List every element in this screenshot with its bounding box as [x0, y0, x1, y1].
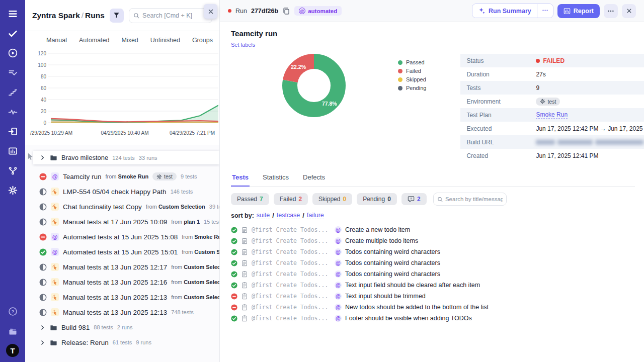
test-status-passed-icon [231, 227, 237, 233]
run-row[interactable]: @Automated tests at 15 Jun 2025 15:01fro… [25, 244, 219, 259]
run-row[interactable]: Manual tests at 17 Jun 2025 10:09from pl… [25, 214, 219, 229]
test-suite[interactable]: @first Create Todos... [252, 315, 331, 322]
tab-defects[interactable]: Defects [302, 170, 326, 186]
runs-tab-manual[interactable]: Manual [46, 37, 67, 44]
test-title[interactable]: Create multiple todo items [345, 237, 418, 244]
runs-tab-automated[interactable]: Automated [79, 37, 109, 44]
run-summary-more-button[interactable] [537, 4, 553, 18]
group-row[interactable]: Bravo milestone124 tests33 runs [33, 151, 219, 164]
tab-statistics[interactable]: Statistics [262, 170, 290, 186]
legend-item-skipped[interactable]: Skipped [398, 76, 426, 82]
legend-item-passed[interactable]: Passed [398, 59, 426, 65]
group-tests-count: 88 tests [94, 324, 113, 330]
comments-filter-chip[interactable]: 2 [401, 193, 427, 205]
test-row[interactable]: @first Create Todos...@Text input field … [231, 280, 635, 291]
breadcrumb-project[interactable]: Zyntra Spark [32, 11, 80, 20]
run-summary-button[interactable]: Run Summary [472, 4, 537, 18]
test-title[interactable]: Text input field should be cleared after… [345, 282, 480, 289]
manual-run-icon [51, 218, 59, 226]
runs-tab-groups[interactable]: Groups [192, 37, 213, 44]
run-row[interactable]: Manual tests at 13 Jun 2025 12:16from Cu… [25, 275, 219, 290]
run-row[interactable]: Manual tests at 13 Jun 2025 12:13748 tes… [25, 305, 219, 320]
test-row[interactable]: @first Create Todos...@Todos containing … [231, 257, 635, 268]
test-suite[interactable]: @first Create Todos... [252, 248, 331, 255]
close-run-detail-button[interactable] [622, 4, 636, 18]
set-labels-link[interactable]: Set labels [231, 42, 255, 48]
test-title[interactable]: New todos should be added to the bottom … [345, 304, 489, 311]
test-row[interactable]: @first Create Todos...@Create multiple t… [231, 235, 635, 246]
group-row[interactable]: Release: Rerun61 tests9 runs [25, 335, 219, 350]
test-row[interactable]: @first Create Todos...@Todos containing … [231, 246, 635, 257]
menu-icon[interactable] [6, 7, 19, 20]
test-row[interactable]: @first Create Todos...@Text input should… [231, 291, 635, 302]
test-suite[interactable]: @first Create Todos... [252, 259, 331, 266]
run-row[interactable]: LMP-554 05/04 check Happy Path146 tests [25, 184, 219, 199]
filter-chip-skipped[interactable]: Skipped 0 [312, 193, 352, 205]
run-row[interactable]: Manual tests at 13 Jun 2025 12:13from Cu… [25, 290, 219, 305]
report-chart-icon [564, 8, 571, 15]
test-title[interactable]: Todos containing weird characters [345, 270, 440, 278]
test-suite[interactable]: @first Create Todos... [252, 237, 331, 244]
legend-item-pending[interactable]: Pending [398, 85, 426, 91]
tests-search-input[interactable] [445, 196, 503, 202]
sort-by-testcase[interactable]: testcase [277, 212, 300, 219]
projects-folder-icon[interactable] [6, 324, 19, 337]
test-suite[interactable]: @first Create Todos... [252, 270, 331, 278]
test-suite[interactable]: @first Create Todos... [252, 293, 331, 300]
analytics-bar-chart-icon[interactable] [6, 144, 19, 157]
copy-run-id-button[interactable] [282, 7, 290, 15]
test-title[interactable]: Footer should be visible when adding TOD… [345, 315, 472, 322]
test-suite[interactable]: @first Create Todos... [252, 226, 331, 233]
tests-check-icon[interactable] [6, 27, 19, 40]
run-row[interactable]: @Automated tests at 15 Jun 2025 15:08fro… [25, 229, 219, 244]
sparkles-icon [478, 7, 486, 15]
help-icon[interactable]: ? [6, 305, 19, 318]
panel-close-button[interactable] [204, 4, 217, 19]
test-suite[interactable]: @first Create Todos... [252, 282, 331, 289]
folder-icon [50, 154, 57, 161]
filter-chip-pending[interactable]: Pending 0 [357, 193, 397, 205]
sort-by-failure[interactable]: failure [307, 212, 324, 219]
more-actions-button[interactable] [604, 4, 618, 18]
runs-search-input[interactable] [142, 12, 208, 19]
automated-type-badge[interactable]: @automated [294, 6, 342, 16]
run-row[interactable]: Manual tests at 13 Jun 2025 12:17from Cu… [25, 259, 219, 275]
tab-tests[interactable]: Tests [231, 170, 250, 187]
report-button[interactable]: Report [557, 4, 600, 18]
run-row[interactable]: @Teamcity runfrom Smoke Runtest9 tests [25, 169, 219, 184]
import-icon[interactable] [6, 125, 19, 138]
svg-text:0: 0 [43, 120, 46, 126]
expand-chevron-icon [39, 339, 46, 346]
runs-tab-mixed[interactable]: Mixed [121, 37, 138, 44]
settings-gear-icon[interactable] [6, 184, 19, 197]
legend-item-failed[interactable]: Failed [398, 68, 426, 74]
filter-chip-failed[interactable]: Failed 2 [274, 193, 308, 205]
test-row[interactable]: @first Create Todos...@Create a new todo… [231, 224, 635, 235]
run-row[interactable]: Chat functinality test Copyfrom Custom S… [25, 199, 219, 214]
test-title[interactable]: Text input should be trimmed [345, 293, 426, 300]
filter-button[interactable] [110, 9, 124, 23]
detail-value: 27s [536, 71, 545, 78]
run-name: Automated tests at 15 Jun 2025 15:08 [63, 233, 178, 241]
filter-chip-passed[interactable]: Passed 7 [231, 193, 269, 205]
test-suite[interactable]: @first Create Todos... [252, 304, 331, 311]
runs-list: Bravo milestone124 tests33 runs@Teamcity… [25, 145, 219, 362]
activity-pulse-icon[interactable] [6, 105, 19, 118]
runs-play-icon[interactable] [6, 46, 19, 59]
group-row[interactable]: Build 98188 tests2 runs [25, 320, 219, 335]
test-row[interactable]: @first Create Todos...@New todos should … [231, 302, 635, 313]
test-title[interactable]: Todos containing weird characters [345, 259, 440, 266]
test-row[interactable]: @first Create Todos...@Todos containing … [231, 268, 635, 280]
main-sidebar: ? T [0, 0, 25, 362]
branches-icon[interactable] [6, 164, 19, 177]
test-row[interactable]: @first Create Todos...@Footer should be … [231, 313, 635, 324]
test-title[interactable]: Todos containing weird characters [345, 248, 440, 255]
user-avatar[interactable]: T [6, 344, 19, 357]
runs-tab-unfinished[interactable]: Unfinished [150, 37, 180, 44]
milestones-steps-icon[interactable] [6, 85, 19, 99]
test-plan-link[interactable]: Smoke Run [536, 111, 568, 119]
plans-list-icon[interactable] [6, 66, 19, 79]
runs-panel-header: Zyntra Spark/Runs [25, 0, 219, 31]
sort-by-suite[interactable]: suite [257, 212, 270, 219]
test-title[interactable]: Create a new todo item [345, 226, 410, 233]
